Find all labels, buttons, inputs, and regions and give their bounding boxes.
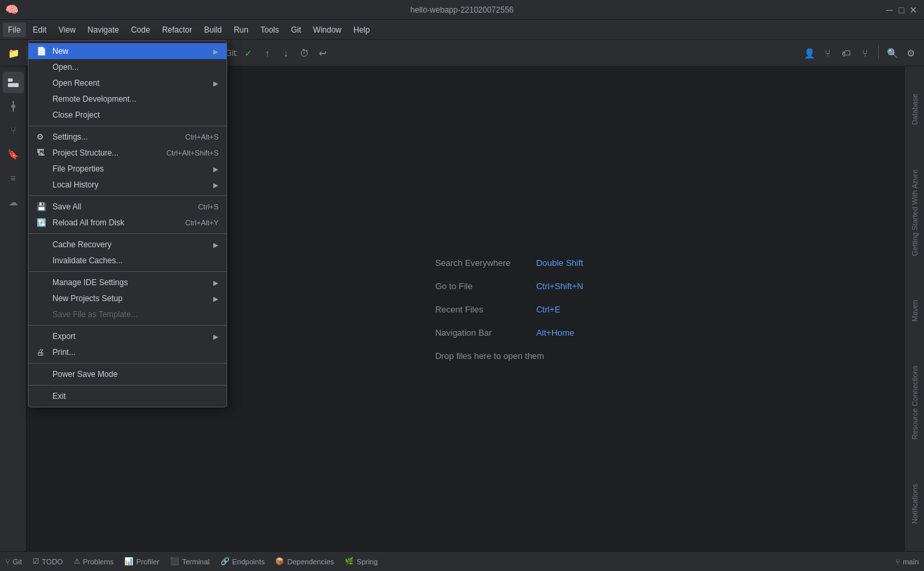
open-recent-arrow-icon: ▶: [213, 80, 219, 87]
menu-item-save-all[interactable]: 💾 Save All Ctrl+S: [29, 199, 227, 215]
drop-files-hint: Drop files here to open them: [435, 350, 583, 360]
shortcut-navigation-bar: Navigation Bar Alt+Home: [435, 327, 583, 337]
minimize-button[interactable]: ─: [884, 5, 895, 15]
menu-item-new[interactable]: 📄 New ▶: [29, 43, 227, 59]
status-terminal[interactable]: ⬛ Terminal: [170, 557, 210, 566]
branch-icon: ⑂: [895, 558, 900, 566]
new-label: New: [52, 47, 213, 56]
menu-code[interactable]: Code: [126, 23, 155, 37]
settings-btn[interactable]: ⚙: [903, 45, 919, 61]
menu-item-power-save[interactable]: Power Save Mode: [29, 366, 227, 382]
status-dependencies[interactable]: 📦 Dependencies: [275, 557, 333, 566]
menu-item-manage-ide[interactable]: Manage IDE Settings ▶: [29, 275, 227, 290]
menu-item-close-project[interactable]: Close Project: [29, 107, 227, 123]
status-spring[interactable]: 🌿 Spring: [345, 557, 378, 566]
shortcut-recent-files: Recent Files Ctrl+E: [435, 304, 583, 314]
export-label: Export: [52, 332, 213, 341]
git-tag-btn[interactable]: 🏷: [838, 45, 854, 61]
sidebar-project-icon[interactable]: [3, 72, 24, 93]
menu-item-save-as-template: Save File as Template...: [29, 306, 227, 322]
cache-recovery-label: Cache Recovery: [52, 240, 213, 249]
menu-view[interactable]: View: [53, 23, 81, 37]
right-sidebar-maven[interactable]: Maven: [908, 294, 921, 327]
file-properties-label: File Properties: [52, 164, 213, 173]
open-recent-label: Open Recent: [52, 78, 213, 88]
menu-item-print[interactable]: 🖨 Print...: [29, 344, 227, 360]
git-label: Git:: [226, 49, 238, 58]
svg-rect-1: [8, 83, 19, 87]
menu-item-export[interactable]: Export ▶: [29, 328, 227, 344]
menu-item-cache-recovery[interactable]: Cache Recovery ▶: [29, 237, 227, 253]
go-to-file-label: Go to File: [435, 281, 528, 290]
git-revert-icon[interactable]: ↩: [315, 45, 331, 61]
git-history-icon[interactable]: ⏱: [296, 45, 312, 61]
menu-item-open-recent[interactable]: Open Recent ▶: [29, 75, 227, 91]
sidebar-commit-icon[interactable]: [3, 96, 24, 117]
status-todo[interactable]: ☑ TODO: [33, 557, 63, 566]
right-sidebar-notifications[interactable]: Notifications: [908, 479, 921, 529]
git-pull-icon[interactable]: ↓: [278, 45, 294, 61]
titlebar-left: 🧠: [5, 3, 19, 16]
status-profiler[interactable]: 📊 Profiler: [124, 557, 159, 566]
menu-item-open[interactable]: Open...: [29, 59, 227, 75]
go-to-file-shortcut: Ctrl+Shift+N: [536, 281, 583, 290]
reload-all-icon: 🔃: [37, 218, 47, 227]
menu-item-file-properties[interactable]: File Properties ▶: [29, 161, 227, 177]
sidebar-azure-icon[interactable]: ☁: [3, 191, 24, 213]
menu-edit[interactable]: Edit: [27, 23, 52, 37]
menu-window[interactable]: Window: [308, 23, 347, 37]
menu-item-remote-dev[interactable]: Remote Development...: [29, 91, 227, 107]
reload-all-label: Reload All from Disk: [52, 218, 185, 227]
menu-item-local-history[interactable]: Local History ▶: [29, 177, 227, 193]
save-all-shortcut: Ctrl+S: [198, 203, 219, 211]
git-merge-btn[interactable]: ⑂: [857, 45, 873, 61]
sidebar-bookmark-icon[interactable]: 🔖: [3, 144, 24, 165]
save-all-label: Save All: [52, 202, 198, 211]
status-problems[interactable]: ⚠ Problems: [74, 557, 114, 566]
recent-files-label: Recent Files: [435, 304, 528, 314]
menu-refactor[interactable]: Refactor: [157, 23, 197, 37]
separator-4: [29, 271, 227, 272]
menu-file[interactable]: File: [3, 23, 26, 37]
right-sidebar-database[interactable]: Database: [908, 88, 921, 130]
new-arrow-icon: ▶: [213, 48, 219, 55]
git-branch-btn[interactable]: ⑂: [820, 45, 836, 61]
right-sidebar-resource[interactable]: Resource Connections: [908, 360, 921, 445]
menu-git[interactable]: Git: [286, 23, 306, 37]
search-everywhere-btn[interactable]: 🔍: [884, 45, 900, 61]
toolbar-project-icon[interactable]: 📁: [5, 45, 21, 61]
menu-item-settings[interactable]: ⚙ Settings... Ctrl+Alt+S: [29, 129, 227, 145]
menu-help[interactable]: Help: [348, 23, 375, 37]
right-sidebar: Database Getting Started With Azure Mave…: [904, 66, 924, 551]
menu-item-new-projects-setup[interactable]: New Projects Setup ▶: [29, 290, 227, 306]
menu-item-reload-all[interactable]: 🔃 Reload All from Disk Ctrl+Alt+Y: [29, 215, 227, 231]
git-push-icon[interactable]: ↑: [259, 45, 275, 61]
status-endpoints[interactable]: 🔗 Endpoints: [221, 557, 265, 566]
git-annotate-btn[interactable]: 👤: [801, 45, 817, 61]
welcome-panel: Search Everywhere Double Shift Go to Fil…: [435, 257, 583, 360]
search-everywhere-shortcut: Double Shift: [536, 257, 583, 267]
menu-item-invalidate-caches[interactable]: Invalidate Caches...: [29, 253, 227, 269]
close-button[interactable]: ✕: [908, 5, 919, 15]
project-structure-icon: 🏗: [37, 148, 47, 158]
menu-build[interactable]: Build: [199, 23, 227, 37]
search-everywhere-label: Search Everywhere: [435, 257, 528, 267]
sidebar-structure-icon[interactable]: ≡: [3, 168, 24, 189]
status-git[interactable]: ⑂ Git: [5, 558, 22, 566]
menu-tools[interactable]: Tools: [255, 23, 284, 37]
profiler-icon: 📊: [124, 557, 134, 566]
menu-item-exit[interactable]: Exit: [29, 388, 227, 404]
sidebar-pullrequest-icon[interactable]: ⑂: [3, 120, 24, 141]
branch-label: main: [903, 558, 919, 566]
status-right: ⑂ main: [895, 558, 919, 566]
app-logo-icon: 🧠: [5, 3, 19, 16]
status-terminal-label: Terminal: [182, 558, 210, 566]
menu-item-project-structure[interactable]: 🏗 Project Structure... Ctrl+Alt+Shift+S: [29, 145, 227, 161]
menu-run[interactable]: Run: [229, 23, 254, 37]
git-check-icon[interactable]: ✓: [240, 45, 256, 61]
menu-navigate[interactable]: Navigate: [82, 23, 124, 37]
separator-5: [29, 325, 227, 326]
maximize-button[interactable]: □: [896, 5, 907, 15]
right-sidebar-azure[interactable]: Getting Started With Azure: [908, 164, 921, 261]
toolbar-separator-1: [27, 47, 27, 60]
